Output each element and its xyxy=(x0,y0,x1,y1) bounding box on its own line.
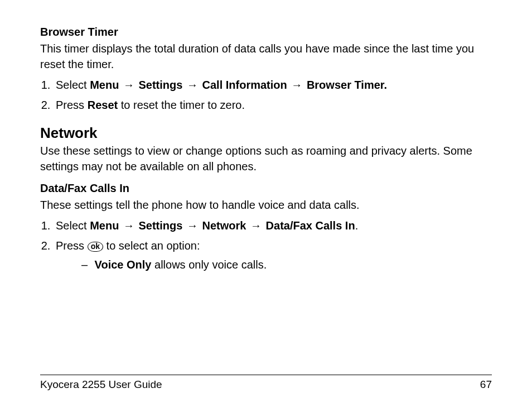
step-prefix: Select xyxy=(56,79,90,91)
option-voice-only: – Voice Only allows only voice calls. xyxy=(81,256,492,273)
arrow-icon: → xyxy=(122,219,136,232)
step-prefix: Press xyxy=(56,239,88,252)
arrow-icon: → xyxy=(186,79,199,91)
arrow-icon: → xyxy=(290,79,303,91)
page-footer: Kyocera 2255 User Guide 67 xyxy=(40,375,492,391)
voice-only-label: Voice Only xyxy=(95,258,152,271)
period: . xyxy=(355,219,359,232)
voice-only-suffix: allows only voice calls. xyxy=(151,258,267,271)
menu-path-call-information: Call Information xyxy=(202,79,287,91)
data-fax-heading: Data/Fax Calls In xyxy=(40,182,492,195)
network-intro: Use these settings to view or change opt… xyxy=(40,143,492,174)
network-heading: Network xyxy=(40,124,492,142)
step-suffix: to select an option: xyxy=(107,239,200,252)
browser-timer-steps: Select Menu → Settings → Call Informatio… xyxy=(40,76,492,113)
ok-icon: ok xyxy=(88,242,103,252)
menu-path-data-fax: Data/Fax Calls In xyxy=(266,219,355,232)
step-prefix: Select xyxy=(56,219,90,232)
arrow-icon: → xyxy=(249,219,263,232)
page-content: Browser Timer This timer displays the to… xyxy=(0,0,532,412)
menu-path-network: Network xyxy=(202,219,246,232)
footer-page-number: 67 xyxy=(480,379,492,391)
menu-path-settings: Settings xyxy=(139,79,183,91)
data-fax-step-1: Select Menu → Settings → Network → Data/… xyxy=(54,217,492,234)
browser-timer-step-1: Select Menu → Settings → Call Informatio… xyxy=(54,76,492,93)
footer-title: Kyocera 2255 User Guide xyxy=(40,379,162,391)
arrow-icon: → xyxy=(186,219,199,232)
arrow-icon: → xyxy=(122,79,136,91)
menu-path-browser-timer: Browser Timer. xyxy=(307,79,387,91)
data-fax-steps: Select Menu → Settings → Network → Data/… xyxy=(40,217,492,273)
menu-path-menu: Menu xyxy=(90,219,119,232)
browser-timer-intro: This timer displays the total duration o… xyxy=(40,41,492,72)
browser-timer-heading: Browser Timer xyxy=(40,26,492,39)
browser-timer-step-2: Press Reset to reset the timer to zero. xyxy=(54,97,492,113)
step-suffix: to reset the timer to zero. xyxy=(118,99,245,111)
reset-label: Reset xyxy=(88,99,118,111)
menu-path-menu: Menu xyxy=(90,79,119,91)
data-fax-step-2: Press ok to select an option: – Voice On… xyxy=(54,237,492,273)
step-prefix: Press xyxy=(56,99,88,111)
menu-path-settings: Settings xyxy=(139,219,183,232)
data-fax-intro: These settings tell the phone how to han… xyxy=(40,197,492,213)
dash-icon: – xyxy=(81,256,91,273)
